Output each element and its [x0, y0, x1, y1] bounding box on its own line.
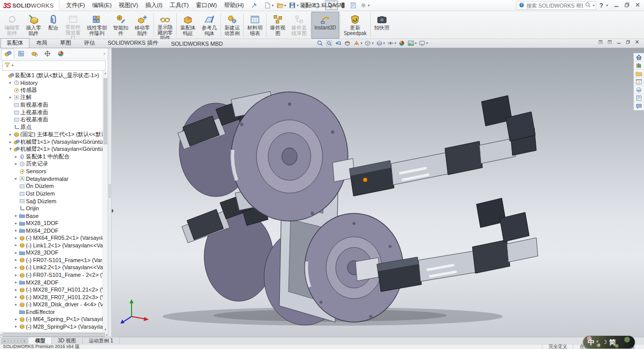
help-dropdown-caret[interactable]: ▾: [606, 4, 608, 8]
expand-arrow[interactable]: ▸: [13, 162, 19, 166]
tree-item[interactable]: ▸ADetaylandırmalar: [0, 175, 108, 183]
robot-assembly-model[interactable]: [112, 48, 644, 337]
tab-mbd[interactable]: SOLIDWORKS MBD: [165, 40, 229, 48]
scroll-left-arrow[interactable]: ◂: [0, 333, 2, 337]
expand-arrow[interactable]: ▸: [8, 140, 13, 144]
dropdown-caret[interactable]: ▾: [272, 4, 274, 8]
tree-item[interactable]: ▸历史记录: [0, 161, 108, 168]
doc-close-button[interactable]: [634, 38, 640, 47]
expand-arrow[interactable]: ▾: [8, 147, 13, 151]
previous-view-button[interactable]: [334, 40, 342, 47]
tree-item[interactable]: ▸A注解: [0, 94, 108, 102]
tree-item[interactable]: 上视基准面: [0, 109, 108, 116]
tree-item[interactable]: ▸MX28_1DOF: [0, 219, 108, 227]
take-snapshot-button[interactable]: 拍快照: [371, 12, 393, 39]
tab-assembly[interactable]: 装配体: [1, 38, 29, 48]
menu-edit[interactable]: 编辑(E): [88, 1, 115, 10]
ime-toolbar[interactable]: 中 °, ☽ 简: [583, 336, 635, 348]
tree-item[interactable]: ▸(-) Link2.2<1> (Varsayılan<<Varsayılan>…: [0, 264, 108, 271]
tree-item[interactable]: ▸机械臂1<1> (Varsayılan<Görüntü Durumu-1>: [0, 138, 108, 146]
smart-fasteners-button[interactable]: 智能扣 件: [110, 12, 132, 39]
expand-arrow[interactable]: ▸: [13, 265, 19, 270]
menu-view[interactable]: 视图(V): [115, 1, 142, 10]
tree-item[interactable]: ▸(-) M64_Spring_P<1> (Varsayılan<<Varsa: [0, 315, 108, 323]
expand-arrow[interactable]: ▸: [13, 273, 19, 277]
taskpane-view-palette-tab[interactable]: [634, 78, 644, 86]
tree-item[interactable]: ▸(-) FR07-S101_Frame<1> (Varsayılan<<V: [0, 257, 108, 264]
tree-item[interactable]: ▸(-) MX28_Disk_driver - 4<4> (Varsayılan…: [0, 301, 108, 308]
show-hidden-button[interactable]: 显示隐 藏的零 部件: [154, 12, 176, 39]
dropdown-caret[interactable]: ▾: [96, 33, 98, 38]
taskpane-appearances-scenes-tab[interactable]: [634, 86, 644, 94]
pin-menu-icon[interactable]: [250, 2, 257, 9]
tree-item[interactable]: 装配体1 (默认<默认_显示状态-1>): [0, 72, 108, 79]
search-icon[interactable]: [585, 1, 591, 10]
new-motion-study-button[interactable]: 新建运 动算例: [221, 12, 243, 39]
apply-scene-button[interactable]: ▾: [407, 40, 417, 47]
expand-arrow[interactable]: ▸: [13, 228, 19, 233]
update-speedpak-button[interactable]: 更新 Speedpak: [341, 12, 370, 39]
tree-item[interactable]: ▸(-) M28_SpringP<1> (Varsayılan<<Varsay: [0, 323, 108, 331]
window-restore-button[interactable]: [624, 1, 630, 10]
linear-pattern-button[interactable]: 线性零部 件阵列▾: [84, 12, 110, 39]
hscroll-thumb[interactable]: [3, 333, 105, 337]
dropdown-caret[interactable]: ▾: [395, 41, 396, 45]
window-minimize-button[interactable]: [613, 1, 620, 10]
tab-layout[interactable]: 布局: [30, 38, 53, 48]
tab-nav-1[interactable]: ‹: [8, 338, 14, 343]
filter-input[interactable]: [15, 63, 104, 69]
taskpane-design-library-tab[interactable]: [634, 61, 644, 70]
display-style-button[interactable]: ▾: [375, 40, 385, 47]
tree-item[interactable]: Orijin: [0, 205, 108, 212]
annotation-views-button[interactable]: ▾: [352, 40, 363, 47]
filter-funnel-icon[interactable]: [4, 61, 11, 70]
section-view-button[interactable]: [343, 40, 351, 47]
dropdown-caret[interactable]: ▾: [284, 4, 286, 8]
tree-item[interactable]: 传感器: [0, 86, 108, 94]
search-icon[interactable]: [585, 2, 591, 8]
insert-components-button[interactable]: 插入零 部件▾: [23, 12, 44, 39]
search-dropdown-caret[interactable]: ▾: [593, 4, 595, 8]
menu-insert[interactable]: 插入(I): [142, 1, 166, 10]
doc-win-prev-button[interactable]: [598, 38, 603, 47]
taskpane-forum-tab[interactable]: [634, 102, 644, 110]
doc-tab-motion-study-1[interactable]: 运动算例 1: [83, 337, 120, 344]
dropdown-caret[interactable]: ▾: [297, 4, 299, 8]
menu-tools[interactable]: 工具(T): [166, 1, 192, 10]
tab-evaluate[interactable]: 评估: [78, 38, 101, 48]
tree-item[interactable]: 原点: [0, 123, 108, 131]
ime-simplified[interactable]: 简: [609, 338, 616, 347]
dropdown-caret[interactable]: ▾: [141, 33, 143, 38]
tree-item[interactable]: ▸(-) FR07-S101_Frame - 2<2> (Varsayılan<: [0, 271, 108, 279]
menu-help[interactable]: 帮助(H): [220, 1, 247, 10]
taskpane-home-tab[interactable]: [634, 53, 644, 61]
tree-item[interactable]: ▸Base: [0, 212, 108, 219]
expand-arrow[interactable]: ▸: [8, 95, 13, 100]
ime-mode-chinese[interactable]: 中: [588, 338, 594, 347]
expand-arrow[interactable]: ▸: [13, 154, 19, 159]
tree-item[interactable]: Üst Düzlem: [0, 190, 108, 198]
mate-button[interactable]: 配合: [44, 12, 62, 39]
panel-expand-chevron[interactable]: ›: [104, 51, 108, 56]
expand-arrow[interactable]: ▸: [13, 221, 19, 226]
move-component-button[interactable]: 移动零 部件▾: [132, 12, 153, 39]
dropdown-caret[interactable]: ▾: [368, 4, 370, 8]
expand-arrow[interactable]: ▸: [8, 80, 13, 85]
dropdown-caret[interactable]: ▾: [361, 41, 362, 45]
panel-splitter[interactable]: [108, 48, 112, 337]
dropdown-caret[interactable]: ▾: [415, 41, 416, 45]
save-button[interactable]: ▾: [287, 1, 300, 10]
hide-show-items-button[interactable]: ▾: [387, 40, 397, 47]
tab-nav-0[interactable]: «: [2, 338, 8, 343]
tree-item[interactable]: 前视基准面: [0, 101, 108, 109]
zoom-area-button[interactable]: [325, 40, 333, 47]
tree-item[interactable]: ▸(-) MX28_FR07_H101.22<3> (Varsayılan<: [0, 293, 108, 301]
tree-item[interactable]: ▸装配体1 中的配合: [0, 153, 108, 161]
tree-item[interactable]: Sensors: [0, 168, 108, 175]
tab-nav-3[interactable]: »: [21, 338, 27, 343]
expand-arrow[interactable]: ▸: [13, 176, 19, 181]
dropdown-caret[interactable]: ▾: [187, 33, 188, 38]
panel-tab-featuremanager[interactable]: [1, 49, 14, 59]
doc-win-next-button[interactable]: [607, 38, 613, 47]
help-search-box[interactable]: ? ▾: [516, 1, 596, 10]
